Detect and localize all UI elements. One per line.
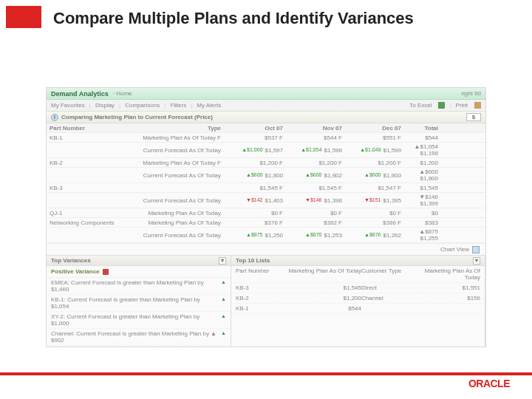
cell: ▲$875 $1,255 [404,228,441,242]
col-total[interactable]: Total [404,125,441,132]
top-variances-title: Top Variances [51,257,91,264]
tab-comparisons[interactable]: Comparisons [125,102,160,109]
up-arrow-icon: ▲ [221,279,226,293]
top-variances-header: Top Variances ▾ [47,256,231,266]
breadcrumb-home[interactable]: · Home [113,90,132,97]
cell: $1,200 F [227,160,286,166]
cell: $376 F [227,219,286,226]
up-arrow-icon: ▲ [221,313,226,327]
cell: ▲$600 $1,800 [404,168,441,182]
cell: ▲$1,054 $1,598 [286,147,345,154]
cell: $0 F [286,210,345,216]
cell: ▼$151 $1,395 [345,197,404,204]
chart-view-row: Chart View [47,243,485,255]
list-item[interactable]: KB-3$1,545Direct$1,551 [231,283,485,293]
cell: $1,545 F [286,185,345,191]
grid-header-row: Part Number Type Oct 07 Nov 07 Dec 07 To… [47,123,485,133]
positive-variance-title: Positive Variance [47,266,231,278]
comparison-grid: Part Number Type Oct 07 Nov 07 Dec 07 To… [47,123,485,243]
tab-filters[interactable]: Filters [170,102,186,109]
col-part[interactable]: Part Number [236,267,276,281]
cell: Current Forecast As Of Today [131,232,227,239]
cell: QJ-1 [50,210,131,216]
tab-alerts[interactable]: My Alerts [197,102,221,109]
cell: ▲$875 $1,250 [227,232,286,239]
chevron-down-icon[interactable]: ▾ [473,257,480,265]
excel-icon[interactable] [438,102,445,109]
cell: ▲$876 $1,262 [345,232,404,239]
info-icon: i [51,114,58,121]
cell: Marketing Plan As Of Today [131,219,227,226]
cell: ▼$146 $1,398 [286,197,345,204]
table-row[interactable]: Current Forecast As Of Today▼$142 $1,403… [47,193,485,208]
table-row[interactable]: Networking ComponentsMarketing Plan As O… [47,218,485,228]
footer: ORACLE [0,372,532,392]
list-item[interactable]: KB-2$1,200Channel$156 [231,293,485,304]
top10-header: Top 10 Lists ▾ [231,256,485,266]
col-plan2[interactable]: Marketing Plan As Of Today [413,267,480,281]
col-cust[interactable]: Customer Type [361,267,413,281]
cell: $0 F [345,210,404,216]
variance-item[interactable]: EMEA: Current Forecast is greater than M… [47,278,231,295]
col-oct[interactable]: Oct 07 [227,125,286,132]
cell: Marketing Plan As Of Today [131,210,227,216]
cell: ▲$600 $1,800 [227,172,286,179]
top10-header-row: Part Number Marketing Plan As Of Today C… [231,266,485,283]
cell: $1,545 [404,185,441,191]
table-row[interactable]: KB-2Marketing Plan As Of Today F$1,200 F… [47,158,485,168]
to-excel-link[interactable]: To Excel [409,102,432,109]
cell: $1,200 [404,160,441,166]
cell: $1,200 F [345,160,404,166]
positive-variance-label: Positive Variance [51,268,100,275]
cell: $0 [404,210,441,216]
list-item[interactable]: KB-1$544 [231,304,485,314]
pin-icon[interactable] [103,269,109,275]
print-link[interactable]: Print [456,102,468,109]
tab-display[interactable]: Display [95,102,115,109]
lower-panels: Top Variances ▾ Positive Variance EMEA: … [47,255,485,346]
cell: $537 F [227,134,286,141]
chart-icon[interactable] [472,246,480,253]
top10-title: Top 10 Lists [236,257,270,264]
cell: Networking Components [50,219,131,226]
header-right: right 90 [461,90,481,97]
table-row[interactable]: KB-3$1,545 F$1,545 F$1,547 F$1,545 [47,183,485,193]
up-arrow-icon: ▲ [221,296,226,310]
table-row[interactable]: Current Forecast As Of Today▲$1,060 $1,5… [47,143,485,158]
up-arrow-icon: ▲ [221,330,226,344]
variance-item[interactable]: Channel: Current Forecast is greater tha… [47,329,231,346]
chevron-down-icon[interactable]: ▾ [219,257,226,265]
cell: $383 [404,219,441,226]
cell: $1,200 F [286,160,345,166]
variance-item[interactable]: XY-2: Current Forecast is greater than M… [47,312,231,329]
variance-item[interactable]: KB-1: Current Forecast is greater than M… [47,295,231,312]
cell: $551 F [345,134,404,141]
currency-dropdown[interactable]: $ [466,113,481,121]
cell: $386 F [345,219,404,226]
col-part[interactable]: Part Number [50,125,131,132]
cell: $1,547 F [345,185,404,191]
col-plan[interactable]: Marketing Plan As Of Today [276,267,361,281]
cell: ▲$600 $1,802 [286,172,345,179]
chart-view-link[interactable]: Chart View [440,246,469,253]
tab-favorites[interactable]: My Favorites [51,102,85,109]
app-brand[interactable]: Demand Analytics [51,90,109,98]
print-icon[interactable] [474,102,481,109]
cell: KB-1 [50,134,131,141]
col-type[interactable]: Type [131,125,227,132]
tab-bar: My Favorites| Display| Comparisons| Filt… [47,100,485,112]
cell: ▲$1,048 $1,599 [345,147,404,154]
cell: $544 [404,134,441,141]
table-row[interactable]: KB-1Marketing Plan As Of Today F$537 F$5… [47,133,485,143]
cell: $1,545 F [227,185,286,191]
table-row[interactable]: Current Forecast As Of Today▲$600 $1,800… [47,168,485,183]
cell: ▼$142 $1,403 [227,197,286,204]
table-row[interactable]: Current Forecast As Of Today▲$875 $1,250… [47,228,485,243]
panel-title: Comparing Marketing Plan to Current Fore… [61,114,213,120]
app-header: Demand Analytics · Home right 90 [47,88,485,100]
slide-title: Compare Multiple Plans and Identify Vari… [53,9,414,28]
cell: ▼$146 $1,399 [404,194,441,207]
col-dec[interactable]: Dec 07 [345,125,404,132]
table-row[interactable]: QJ-1Marketing Plan As Of Today$0 F$0 F$0… [47,208,485,218]
col-nov[interactable]: Nov 07 [286,125,345,132]
